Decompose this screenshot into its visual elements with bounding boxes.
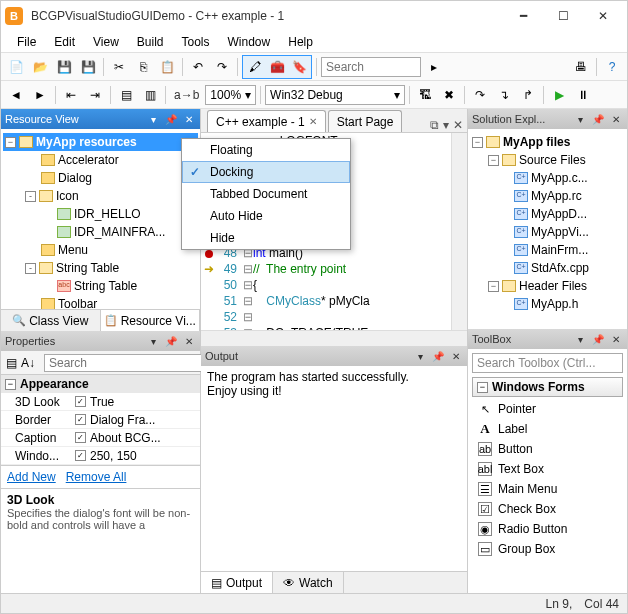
highlight-icon[interactable]: 🖍: [244, 56, 266, 78]
undo-icon[interactable]: ↶: [187, 56, 209, 78]
close-panel-icon[interactable]: ✕: [609, 112, 623, 126]
search-input[interactable]: [321, 57, 421, 77]
build-icon[interactable]: 🏗: [414, 84, 436, 106]
property-row[interactable]: 3D Look✓True: [1, 393, 200, 411]
code-line[interactable]: 51⊟ CMyClass* pMyCla: [201, 293, 451, 309]
tree-root[interactable]: − MyApp resources: [3, 133, 198, 151]
properties-category[interactable]: −Appearance: [1, 375, 200, 393]
new-file-icon[interactable]: 📄: [5, 56, 27, 78]
code-line[interactable]: ➜49⊟// The entry point: [201, 261, 451, 277]
editor-vscrollbar[interactable]: [451, 133, 467, 330]
editor-hscrollbar[interactable]: [201, 330, 467, 346]
toolbox-item[interactable]: ▭Group Box: [472, 539, 623, 559]
solution-root[interactable]: − MyApp files: [470, 133, 625, 151]
pin-icon[interactable]: 📌: [591, 112, 605, 126]
close-panel-icon[interactable]: ✕: [609, 332, 623, 346]
tree-item[interactable]: IDR_MAINFRA...: [3, 223, 198, 241]
run-icon[interactable]: ▶: [548, 84, 570, 106]
search-go-icon[interactable]: ▸: [423, 56, 445, 78]
solution-file[interactable]: C+MyApp.c...: [470, 169, 625, 187]
minimize-button[interactable]: ━: [503, 2, 543, 30]
step-into-icon[interactable]: ↴: [493, 84, 515, 106]
resource-tree[interactable]: − MyApp resources AcceleratorDialog-Icon…: [1, 129, 200, 309]
tab-resource-view[interactable]: 📋Resource Vi...: [101, 310, 201, 331]
property-row[interactable]: Windo...✓250, 150: [1, 447, 200, 465]
dock-menu-icon[interactable]: ▾: [413, 349, 427, 363]
pin-icon[interactable]: 📌: [591, 332, 605, 346]
solution-tree[interactable]: − MyApp files −Source FilesC+MyApp.c...C…: [468, 129, 627, 329]
code-line[interactable]: 52⊟: [201, 309, 451, 325]
close-button[interactable]: ✕: [583, 2, 623, 30]
property-row[interactable]: Caption✓About BCG...: [1, 429, 200, 447]
tab-class-view[interactable]: 🔍Class View: [1, 310, 101, 331]
indent-inc-icon[interactable]: ⇥: [84, 84, 106, 106]
tab-menu-icon[interactable]: ▾: [443, 118, 449, 132]
solution-file[interactable]: C+MyApp.rc: [470, 187, 625, 205]
indent-dec-icon[interactable]: ⇤: [60, 84, 82, 106]
toolbox-header[interactable]: ToolBox ▾ 📌 ✕: [468, 329, 627, 349]
context-menu-item[interactable]: Auto Hide: [182, 205, 350, 227]
tab-overflow-icon[interactable]: ⧉: [430, 118, 439, 132]
tree-item[interactable]: -String Table: [3, 259, 198, 277]
solution-group[interactable]: −Header Files: [470, 277, 625, 295]
context-menu-item[interactable]: Tabbed Document: [182, 183, 350, 205]
config-combo[interactable]: Win32 Debug▾: [265, 85, 405, 105]
properties-grid[interactable]: −Appearance 3D Look✓TrueBorder✓Dialog Fr…: [1, 375, 200, 465]
save-all-icon[interactable]: 💾: [77, 56, 99, 78]
dock-menu-icon[interactable]: ▾: [573, 332, 587, 346]
pause-icon[interactable]: ⏸: [572, 84, 594, 106]
context-menu-item[interactable]: Floating: [182, 139, 350, 161]
print-icon[interactable]: 🖶: [570, 56, 592, 78]
remove-all-link[interactable]: Remove All: [66, 470, 127, 484]
tree-item[interactable]: abcString Table: [3, 277, 198, 295]
close-panel-icon[interactable]: ✕: [182, 112, 196, 126]
tree-item[interactable]: Accelerator: [3, 151, 198, 169]
uncomment-icon[interactable]: ▥: [139, 84, 161, 106]
context-menu-item[interactable]: Hide: [182, 227, 350, 249]
solution-file[interactable]: C+MyAppVi...: [470, 223, 625, 241]
toolbox-search[interactable]: Search Toolbox (Ctrl...: [472, 353, 623, 373]
toolbox-item[interactable]: ☰Main Menu: [472, 479, 623, 499]
editor-tab-start[interactable]: Start Page: [328, 110, 403, 132]
toolbox-item[interactable]: ALabel: [472, 419, 623, 439]
dock-menu-icon[interactable]: ▾: [146, 112, 160, 126]
step-over-icon[interactable]: ↷: [469, 84, 491, 106]
save-icon[interactable]: 💾: [53, 56, 75, 78]
alphabetical-icon[interactable]: A↓: [20, 352, 36, 374]
property-row[interactable]: Border✓Dialog Fra...: [1, 411, 200, 429]
help-icon[interactable]: ?: [601, 56, 623, 78]
nav-back-icon[interactable]: ◄: [5, 84, 27, 106]
paste-icon[interactable]: 📋: [156, 56, 178, 78]
toolbox-item[interactable]: abButton: [472, 439, 623, 459]
toolbox-item[interactable]: ↖Pointer: [472, 399, 623, 419]
menu-file[interactable]: File: [9, 33, 44, 51]
tab-watch[interactable]: 👁Watch: [273, 572, 344, 593]
tree-item[interactable]: Toolbar: [3, 295, 198, 309]
add-new-link[interactable]: Add New: [7, 470, 56, 484]
cut-icon[interactable]: ✂: [108, 56, 130, 78]
output-text[interactable]: The program has started successfully. En…: [201, 366, 467, 571]
dock-menu-icon[interactable]: ▾: [146, 334, 160, 348]
maximize-button[interactable]: ☐: [543, 2, 583, 30]
dock-menu-icon[interactable]: ▾: [573, 112, 587, 126]
solution-file[interactable]: C+MyAppD...: [470, 205, 625, 223]
comment-icon[interactable]: ▤: [115, 84, 137, 106]
context-menu-item[interactable]: Docking: [182, 161, 350, 183]
menu-build[interactable]: Build: [129, 33, 172, 51]
step-out-icon[interactable]: ↱: [517, 84, 539, 106]
tree-item[interactable]: Menu: [3, 241, 198, 259]
toolbox-item[interactable]: ◉Radio Button: [472, 519, 623, 539]
solution-group[interactable]: −Source Files: [470, 151, 625, 169]
menu-help[interactable]: Help: [280, 33, 321, 51]
solution-file[interactable]: C+StdAfx.cpp: [470, 259, 625, 277]
zoom-combo[interactable]: 100%▾: [205, 85, 256, 105]
code-line[interactable]: 50⊟{: [201, 277, 451, 293]
close-tab-icon[interactable]: ✕: [309, 116, 317, 127]
tree-item[interactable]: Dialog: [3, 169, 198, 187]
solution-file[interactable]: C+MainFrm...: [470, 241, 625, 259]
toolbox-item[interactable]: ablText Box: [472, 459, 623, 479]
menu-edit[interactable]: Edit: [46, 33, 83, 51]
open-folder-icon[interactable]: 📂: [29, 56, 51, 78]
editor-tab-cpp[interactable]: C++ example - 1 ✕: [207, 110, 326, 132]
stop-build-icon[interactable]: ✖: [438, 84, 460, 106]
